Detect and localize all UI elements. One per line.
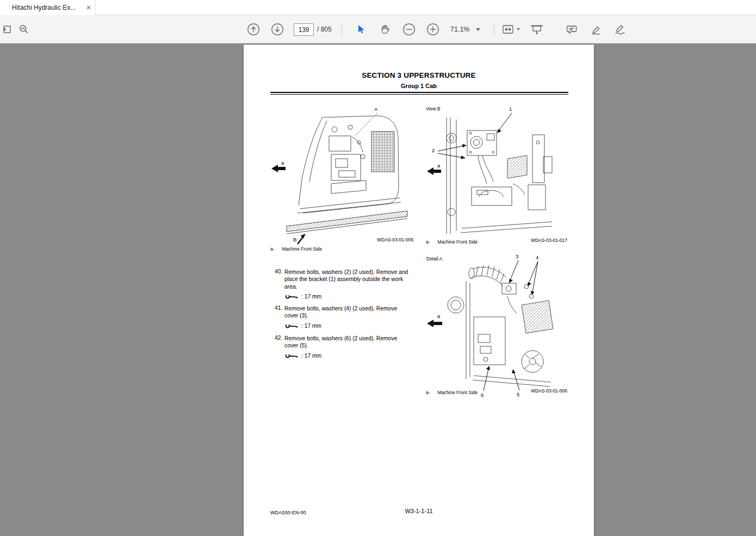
spec-text: : 17 mm: [301, 323, 321, 329]
page-up-icon: [247, 23, 260, 36]
callout-label: a: [437, 314, 440, 319]
note-text: Machine Front Side: [282, 246, 323, 252]
figure-detail-a-drawing: [426, 253, 568, 401]
step-41-spec: : 17 mm: [285, 323, 321, 329]
collapse-panel-button[interactable]: [0, 21, 15, 38]
figure-view-b: View B 1 2 a WDAS-03-01-017 a-Machine Fr…: [426, 104, 568, 246]
note-prefix: a-: [426, 239, 430, 245]
callout-label: 2: [432, 148, 435, 153]
highlight-button[interactable]: [587, 21, 605, 38]
callout-label: 5: [517, 392, 519, 397]
zoom-out-button[interactable]: [400, 21, 418, 38]
step-41: 41. Remove bolts, washers (4) (2 used). …: [275, 305, 410, 320]
callout-label: 6: [481, 392, 484, 398]
spec-text: : 17 mm: [301, 353, 321, 359]
step-number: 42.: [275, 335, 282, 341]
select-tool-button[interactable]: [352, 21, 370, 38]
callout-label: a: [437, 163, 440, 169]
fit-page-button[interactable]: [498, 21, 523, 38]
figure-caption: WDAS-03-01-017: [531, 238, 567, 243]
search-zoom-button[interactable]: [15, 21, 33, 38]
figure-caption: WDAS-03-01-005: [377, 237, 413, 242]
hand-tool-button[interactable]: [376, 21, 394, 38]
callout-label: 1: [509, 107, 512, 112]
figure-note: a-Machine Front Side: [270, 246, 322, 252]
note-prefix: a-: [270, 246, 275, 252]
page-total-label: / 805: [317, 23, 332, 36]
figure-detail-a: Detail A 3 4 5 6 a WDAS-03-01-006 a-Mach…: [426, 253, 568, 401]
callout-label: A: [374, 107, 377, 112]
callout-label: 3: [516, 254, 518, 259]
note-prefix: a-: [426, 390, 430, 395]
view-label: View B: [426, 106, 440, 111]
toolbar-divider: [342, 22, 342, 36]
comment-icon: [566, 24, 577, 35]
pdf-toolbar: / 805 71.1%: [0, 15, 756, 43]
step-text: Remove bolts, washers (2) (2 used). Remo…: [284, 269, 410, 290]
presentation-button[interactable]: [528, 21, 546, 38]
page-down-icon: [271, 23, 284, 36]
figure-main-drawing: [270, 104, 414, 252]
tab-title: Hitachi Hydraulic Ex...: [12, 4, 83, 11]
figure-view-b-drawing: [426, 104, 568, 246]
group-title: Group 1 Cab: [244, 83, 594, 89]
document-tab[interactable]: Hitachi Hydraulic Ex... ×: [0, 0, 96, 15]
step-number: 40.: [275, 269, 282, 275]
toolbar-divider: [494, 22, 494, 36]
callout-label: B: [293, 237, 296, 242]
step-40: 40. Remove bolts, washers (2) (2 used). …: [275, 269, 410, 291]
footer-page-code: W3-1-1-11: [244, 508, 594, 514]
page-down-button[interactable]: [269, 21, 286, 38]
pdf-viewer-window: Hitachi Hydraulic Ex... × / 805: [0, 0, 756, 536]
zoom-in-icon: [426, 23, 439, 36]
search-icon: [18, 24, 29, 35]
spec-text: : 17 mm: [301, 294, 321, 300]
pdf-page: SECTION 3 UPPERSTRUCTURE Group 1 Cab: [244, 45, 594, 536]
zoom-level-dropdown[interactable]: 71.1%: [445, 21, 486, 38]
figure-note: a-Machine Front Side: [426, 239, 478, 245]
tab-close-icon[interactable]: ×: [86, 4, 91, 11]
figure-caption: WDAS-03-01-006: [531, 388, 567, 394]
callout-label: 4: [536, 255, 538, 260]
page-number-input[interactable]: [294, 23, 314, 36]
chevron-down-icon: [517, 28, 520, 30]
wrench-icon: [285, 353, 299, 359]
presentation-screen-icon: [530, 24, 543, 35]
collapse-panel-icon: [2, 24, 11, 34]
wrench-icon: [285, 294, 299, 300]
step-42: 42. Remove bolts, washers (6) (2 used). …: [275, 335, 410, 350]
step-number: 41.: [275, 305, 282, 311]
draw-signature-button[interactable]: [611, 21, 629, 38]
step-text: Remove bolts, washers (4) (2 used). Remo…: [284, 305, 410, 320]
zoom-level-label: 71.1%: [450, 26, 469, 33]
step-40-spec: : 17 mm: [285, 294, 321, 300]
view-label: Detail A: [426, 256, 442, 261]
cursor-icon: [357, 24, 366, 34]
header-rule: [270, 92, 568, 95]
figure-main: A B a WDAS-03-01-005 a-Machine Front Sid…: [270, 104, 414, 252]
section-title: SECTION 3 UPPERSTRUCTURE: [244, 71, 594, 79]
zoom-in-button[interactable]: [424, 21, 442, 38]
note-text: Machine Front Side: [438, 390, 478, 395]
tab-bar: Hitachi Hydraulic Ex... ×: [0, 0, 756, 15]
pen-signature-icon: [614, 24, 626, 35]
document-area[interactable]: SECTION 3 UPPERSTRUCTURE Group 1 Cab: [0, 43, 756, 536]
figure-note: a-Machine Front Side: [426, 390, 478, 395]
fit-width-icon: [502, 24, 514, 35]
highlighter-icon: [591, 24, 602, 35]
step-42-spec: : 17 mm: [285, 353, 321, 359]
step-text: Remove bolts, washers (6) (2 used). Remo…: [284, 335, 410, 350]
wrench-icon: [285, 323, 299, 329]
hand-icon: [380, 24, 391, 35]
chevron-down-icon: [476, 28, 480, 31]
zoom-out-icon: [402, 23, 416, 36]
comment-button[interactable]: [563, 21, 580, 38]
page-up-button[interactable]: [245, 21, 262, 38]
note-text: Machine Front Side: [438, 239, 478, 245]
callout-label: a: [281, 160, 284, 166]
